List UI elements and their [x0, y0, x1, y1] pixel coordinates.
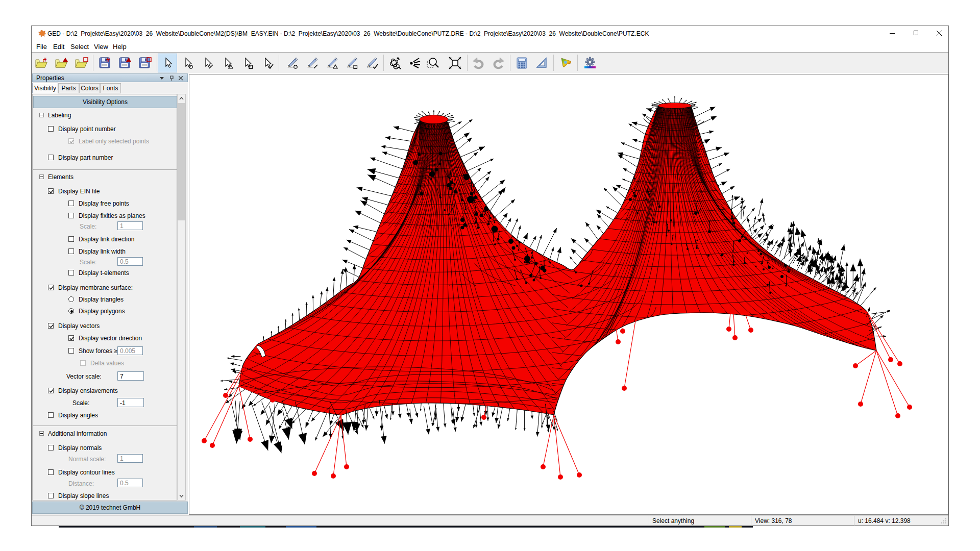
svg-text:#: #	[106, 56, 110, 64]
svg-text:#: #	[43, 56, 47, 64]
